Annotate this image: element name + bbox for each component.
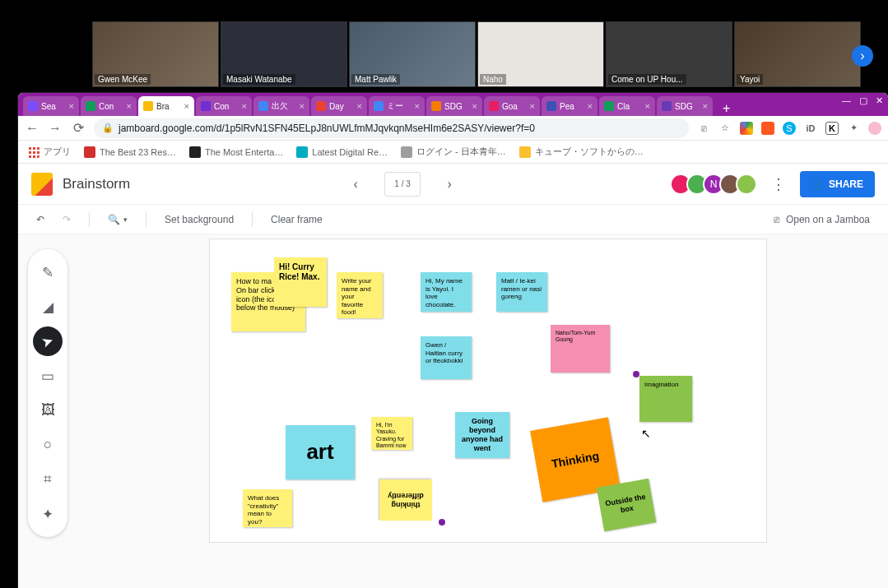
- drive-ext-icon[interactable]: [740, 122, 753, 135]
- browser-tab[interactable]: Bra×: [138, 96, 194, 116]
- new-tab-button[interactable]: +: [714, 101, 738, 116]
- close-tab-icon[interactable]: ×: [645, 101, 650, 111]
- image-icon[interactable]: 🖼: [33, 396, 63, 425]
- sticky-note[interactable]: Write your name and your favorite food!: [337, 272, 383, 318]
- sticky-note[interactable]: art: [286, 425, 355, 479]
- more-menu-button[interactable]: ⋮: [767, 175, 790, 193]
- close-tab-icon[interactable]: ×: [300, 101, 305, 111]
- close-tab-icon[interactable]: ×: [703, 101, 708, 111]
- close-tab-icon[interactable]: ×: [588, 101, 593, 111]
- close-tab-icon[interactable]: ×: [127, 101, 132, 111]
- apps-button[interactable]: アプリ: [28, 146, 71, 158]
- browser-tab[interactable]: Sea×: [23, 96, 79, 116]
- set-background-button[interactable]: Set background: [165, 214, 234, 225]
- tab-label: Sea: [41, 102, 56, 111]
- minimize-button[interactable]: —: [842, 95, 851, 106]
- bookmark-label: ログイン - 日本青年…: [416, 146, 506, 158]
- collaborator-avatars: N: [675, 174, 757, 195]
- bookmark-label: The Best 23 Res…: [100, 147, 176, 157]
- close-tab-icon[interactable]: ×: [242, 101, 247, 111]
- side-toolbar: ✎◢➤▭🖼○⌗✦: [28, 249, 67, 537]
- ext-icon[interactable]: K: [825, 122, 839, 135]
- video-tile[interactable]: Come on UP Hou...: [606, 21, 732, 87]
- forward-button[interactable]: →: [48, 121, 63, 136]
- sticky-note[interactable]: Hi, My name is Yayoi. I love chocolate.: [421, 272, 472, 312]
- close-tab-icon[interactable]: ×: [472, 101, 477, 111]
- bookmark-item[interactable]: ログイン - 日本青年…: [401, 146, 506, 158]
- sticky-note[interactable]: Matt / Ie-kei ramen or nasi goreng: [496, 272, 547, 312]
- video-tile[interactable]: Yayoi: [734, 21, 861, 87]
- bookmark-item[interactable]: Latest Digital Re…: [296, 146, 388, 158]
- cursor-icon[interactable]: ➤: [29, 322, 67, 360]
- video-tile[interactable]: Naho: [477, 21, 604, 87]
- pen-icon[interactable]: ✎: [33, 257, 63, 287]
- browser-tab[interactable]: 出欠×: [253, 96, 309, 116]
- bookmark-item[interactable]: The Most Enterta…: [189, 146, 283, 158]
- browser-tab[interactable]: Pea×: [542, 96, 597, 116]
- frame-indicator[interactable]: 1 / 3: [384, 172, 421, 197]
- video-tile[interactable]: Gwen McKee: [92, 21, 219, 87]
- share-button[interactable]: 👤SHARE: [800, 171, 875, 197]
- video-tile[interactable]: Masaki Watanabe: [221, 21, 347, 87]
- bookmark-favicon: [84, 146, 95, 158]
- jam-title[interactable]: Brainstorm: [63, 176, 130, 192]
- jamboard-canvas[interactable]: ↖ How to ma sticky: On bar click th note…: [209, 238, 767, 543]
- skype-ext-icon[interactable]: S: [783, 122, 796, 135]
- close-tab-icon[interactable]: ×: [357, 101, 362, 111]
- close-tab-icon[interactable]: ×: [530, 101, 535, 111]
- bookmark-label: アプリ: [44, 146, 71, 158]
- collaborator-cursor: [633, 371, 639, 377]
- ext-icon[interactable]: [761, 122, 774, 135]
- textbox-icon[interactable]: ⌗: [33, 465, 63, 494]
- eraser-icon[interactable]: ◢: [33, 292, 63, 322]
- browser-tab[interactable]: Cla×: [599, 96, 655, 116]
- cast-icon[interactable]: ⎚: [697, 122, 710, 135]
- prev-frame-button[interactable]: ‹: [346, 175, 365, 193]
- url-field[interactable]: 🔒 jamboard.google.com/d/1p5lRvN1SFN45ELp…: [94, 118, 689, 138]
- video-tile[interactable]: Matt Pawlik: [349, 21, 476, 87]
- browser-tab[interactable]: Goa×: [484, 96, 540, 116]
- browser-tab[interactable]: Con×: [196, 96, 252, 116]
- zoom-button[interactable]: 🔍 ▾: [108, 214, 128, 225]
- sticky-note[interactable]: Imagination: [639, 376, 692, 422]
- bookmark-item[interactable]: キューブ・ソフトからの…: [519, 146, 644, 158]
- reload-button[interactable]: ⟳: [71, 121, 86, 136]
- extensions-menu-icon[interactable]: ✦: [847, 122, 860, 135]
- browser-tab[interactable]: Con×: [81, 96, 137, 116]
- open-on-jamboard-button[interactable]: ⎚Open on a Jamboa: [774, 214, 870, 225]
- browser-tab[interactable]: SDG×: [426, 96, 482, 116]
- bookmark-item[interactable]: The Best 23 Res…: [84, 146, 176, 158]
- frame-text: 1 / 3: [394, 179, 410, 188]
- sticky-note[interactable]: Going beyond anyone had went: [455, 412, 509, 458]
- collaborator-avatar[interactable]: [736, 174, 757, 195]
- sticky-note[interactable]: Hi, I'm Yasuko. Craving for Bammi now: [371, 417, 412, 450]
- browser-tab[interactable]: Day×: [311, 96, 367, 116]
- undo-button[interactable]: ↶: [36, 214, 44, 225]
- next-frame-button[interactable]: ›: [440, 175, 458, 193]
- note-icon[interactable]: ▭: [33, 361, 63, 391]
- ext-icon[interactable]: iD: [804, 122, 817, 135]
- circle-icon[interactable]: ○: [33, 430, 63, 460]
- tab-label: ミー: [387, 100, 403, 112]
- profile-avatar[interactable]: [868, 122, 881, 135]
- clear-frame-button[interactable]: Clear frame: [271, 214, 323, 225]
- close-tab-icon[interactable]: ×: [184, 101, 189, 111]
- sticky-note[interactable]: thinking differently: [379, 479, 432, 521]
- close-button[interactable]: ✕: [876, 95, 883, 106]
- browser-tab[interactable]: SDG×: [657, 96, 713, 116]
- back-button[interactable]: ←: [25, 121, 40, 136]
- next-participants-button[interactable]: ›: [852, 45, 873, 67]
- sticky-note[interactable]: Naho/Tom-Yum Goong: [551, 325, 610, 373]
- sticky-note[interactable]: Outside the box: [597, 479, 656, 531]
- sticky-note[interactable]: What does "creativity" mean to you?: [243, 489, 292, 527]
- sticky-note[interactable]: Hi! Curry Rice! Max.: [274, 257, 327, 307]
- star-icon[interactable]: ☆: [718, 122, 732, 135]
- laser-icon[interactable]: ✦: [33, 499, 63, 529]
- sticky-note[interactable]: Gwen / Haitian curry or tteokbokki: [421, 336, 472, 379]
- close-tab-icon[interactable]: ×: [415, 101, 420, 111]
- jamboard-logo-icon: [31, 173, 53, 196]
- maximize-button[interactable]: ▢: [859, 95, 867, 106]
- browser-tab[interactable]: ミー×: [369, 96, 425, 116]
- close-tab-icon[interactable]: ×: [69, 101, 74, 111]
- redo-button[interactable]: ↷: [63, 214, 71, 225]
